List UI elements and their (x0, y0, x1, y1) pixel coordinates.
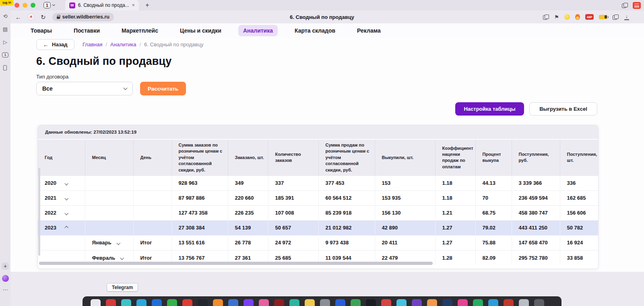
dock-app-icon[interactable] (305, 299, 315, 306)
export-excel-button[interactable]: Выгрузить в Excel (529, 102, 597, 116)
back-nav-button[interactable]: ← Назад (36, 39, 74, 50)
value-cell: 220 660 (228, 190, 268, 205)
emoji-extension-icon[interactable] (564, 14, 570, 20)
dock-app-icon[interactable] (106, 299, 116, 306)
dock-app-icon[interactable] (182, 299, 192, 306)
dock-app-icon[interactable] (320, 299, 330, 306)
back-icon[interactable]: ← (15, 14, 21, 20)
more-dots-icon[interactable]: ⋯ (3, 287, 8, 292)
panels-icon[interactable]: ▤ (3, 27, 8, 32)
history-icon[interactable]: ⟲ (3, 14, 8, 19)
year-cell[interactable]: 2020 (38, 176, 85, 190)
dock-app-icon[interactable] (458, 299, 468, 306)
expand-row-icon[interactable] (65, 182, 68, 185)
nav-item-tovary[interactable]: Товары (26, 25, 57, 36)
tab-count-badge: 1 (43, 2, 51, 8)
contract-type-select[interactable]: Все (36, 82, 133, 95)
nav-item-analytics[interactable]: Аналитика (238, 25, 278, 36)
value-cell: 162 685 (560, 190, 599, 205)
tabs-panel-icon[interactable] (613, 14, 619, 20)
flame-extension-icon[interactable] (575, 14, 580, 20)
window-stack-icon[interactable] (622, 3, 628, 8)
dock-app-icon[interactable] (504, 299, 514, 306)
value-cell: 377 453 (318, 176, 375, 190)
add-button[interactable]: + (2, 263, 9, 270)
expand-row-icon[interactable] (65, 196, 68, 200)
fullscreen-window-button[interactable] (31, 3, 35, 8)
year-cell[interactable]: 2021 (38, 190, 85, 205)
nav-item-warehouses[interactable]: Карта складов (290, 25, 340, 36)
dock-app-icon[interactable] (152, 299, 162, 306)
dock-app-icon[interactable] (396, 299, 407, 306)
dock-app-icon[interactable] (228, 299, 238, 306)
dock-app-icon[interactable] (244, 299, 254, 306)
value-cell: 156 130 (375, 205, 435, 220)
expand-row-icon[interactable] (65, 211, 68, 215)
dock-app-icon[interactable] (259, 299, 269, 306)
year-cell[interactable]: 2023 (38, 220, 85, 235)
dock-app-icon[interactable] (121, 299, 131, 306)
table-settings-button[interactable]: Настройка таблицы (455, 102, 524, 116)
minimize-window-button[interactable] (23, 3, 27, 8)
yandex-icon[interactable]: Я (28, 14, 34, 20)
dock-app-icon[interactable] (534, 299, 544, 306)
scrollbar-thumb[interactable] (39, 262, 433, 265)
dock-app-icon[interactable] (519, 299, 529, 306)
dock-app-icon[interactable] (381, 299, 391, 306)
dock-app-icon[interactable] (488, 299, 498, 306)
macos-dock[interactable] (83, 296, 561, 306)
chevron-down-icon (52, 3, 55, 6)
address-bar[interactable]: seller.wildberries.ru (52, 13, 114, 21)
year-cell (38, 235, 85, 250)
browser-tab[interactable]: W 6. Сводный по прода... × (65, 0, 139, 10)
dock-app-icon[interactable] (289, 299, 299, 306)
dock-app-icon[interactable] (274, 299, 284, 306)
dock-app-icon[interactable] (473, 299, 483, 306)
dock-app-icon[interactable] (351, 299, 361, 306)
close-window-button[interactable] (14, 3, 19, 8)
vertical-scrollbar[interactable] (38, 168, 40, 256)
numbered-tab-icon[interactable]: 1 (2, 52, 8, 58)
nav-item-postavki[interactable]: Поставки (69, 25, 105, 36)
nav-item-prices[interactable]: Цены и скидки (175, 25, 226, 36)
collapse-row-icon[interactable] (65, 226, 68, 230)
breadcrumb-analytics[interactable]: Аналитика (110, 41, 136, 48)
value-cell: 82.09 (475, 250, 512, 265)
tab-list-dropdown[interactable] (52, 4, 56, 6)
nav-item-reklama[interactable]: Реклама (352, 25, 386, 36)
breadcrumb-home[interactable]: Главная (83, 41, 102, 48)
dock-app-icon[interactable] (213, 299, 223, 306)
dock-app-icon[interactable] (412, 299, 422, 306)
calculate-button[interactable]: Рассчитать (140, 82, 186, 95)
refresh-icon[interactable]: ↻ (41, 14, 46, 20)
pip-icon[interactable] (543, 14, 549, 20)
tab-counter[interactable]: 1 (43, 2, 56, 8)
new-tab-button[interactable]: + (145, 2, 149, 8)
battery-extension-icon[interactable] (599, 15, 607, 19)
login-badge: log in (0, 0, 14, 6)
download-icon[interactable]: ↓ (624, 14, 630, 20)
dock-app-icon[interactable] (366, 299, 376, 306)
close-tab-icon[interactable]: × (132, 3, 135, 7)
month-cell[interactable]: Январь (85, 235, 133, 250)
browser-menu-icon[interactable] (633, 2, 641, 9)
expand-row-icon[interactable] (116, 241, 120, 245)
bookmark-flag-icon[interactable]: ⚑ (554, 14, 559, 20)
dock-app-icon[interactable] (335, 299, 345, 306)
assistant-button[interactable] (2, 275, 9, 282)
telegram-button[interactable]: Telegram (107, 283, 138, 292)
device-icon[interactable] (3, 65, 7, 70)
nav-item-marketplace[interactable]: Маркетплейс (117, 25, 163, 36)
dock-app-icon[interactable] (427, 299, 437, 306)
column-header: Год (38, 140, 85, 176)
play-icon[interactable]: ▷ (3, 39, 7, 45)
horizontal-scrollbar[interactable] (39, 262, 433, 265)
expand-row-icon[interactable] (120, 256, 124, 260)
dock-app-icon[interactable] (167, 299, 177, 306)
dock-app-icon[interactable] (91, 299, 101, 306)
adblock-icon[interactable]: ABP (585, 14, 594, 20)
year-cell[interactable]: 2022 (38, 205, 85, 220)
dock-app-icon[interactable] (198, 299, 208, 306)
dock-app-icon[interactable] (136, 299, 147, 306)
dock-app-icon[interactable] (442, 299, 452, 306)
